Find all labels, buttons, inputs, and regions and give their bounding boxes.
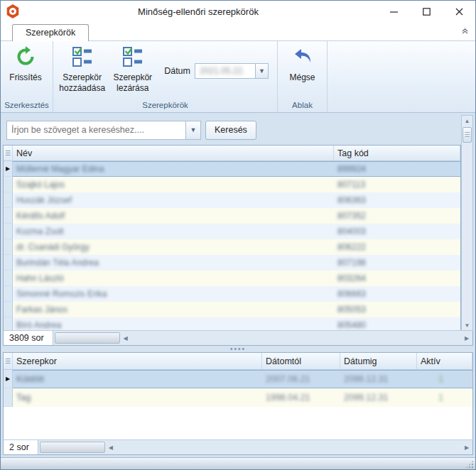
scrollbar-thumb[interactable]: ☰ <box>463 127 472 143</box>
members-grid-body: ▶Müllerné Magyar Edina899924 Szajkó Lajo… <box>4 161 460 330</box>
lower-panel: ☰ Szerepkor Dátomtól Dátumig Aktív ▶ Kül… <box>3 352 473 455</box>
window-title: Minőség-ellenőri szerepkörök <box>19 6 377 17</box>
column-header-aktiv[interactable]: Aktív <box>417 353 472 369</box>
ribbon-collapse-icon[interactable] <box>460 27 470 37</box>
search-button[interactable]: Keresés <box>205 121 256 140</box>
roles-grid-footer: 2 sor ◀ ▶ <box>3 439 473 455</box>
cancel-button[interactable]: Mégse <box>281 45 325 84</box>
members-grid-header: ☰ Név Tag kód <box>4 146 460 161</box>
roles-row-count: 2 sor <box>4 440 38 454</box>
ribbon-group-window: Mégse Ablak <box>278 41 328 112</box>
refresh-icon <box>15 46 36 70</box>
table-row[interactable]: Kérdős Adolf807352 <box>4 208 460 224</box>
add-role-icon <box>72 46 93 70</box>
add-role-button[interactable]: Szerepkör hozzáadása <box>56 45 108 95</box>
table-row[interactable]: dr. Csanádi György806222 <box>4 239 460 255</box>
close-role-button[interactable]: Szerepkör lezárása <box>108 45 157 95</box>
table-row[interactable]: Bíró Andrea805480 <box>4 317 460 330</box>
refresh-button[interactable]: Frissítés <box>4 45 48 84</box>
scroll-left-icon[interactable]: ◀ <box>105 444 117 451</box>
column-header-nev[interactable]: Név <box>13 146 334 160</box>
app-icon-ring <box>9 8 16 15</box>
resize-grip-icon[interactable] <box>465 460 474 469</box>
search-row: ▼ Keresés <box>3 115 461 145</box>
date-label: Dátum <box>164 66 190 76</box>
group-label-edit: Szerkesztés <box>1 99 53 112</box>
table-row[interactable]: Kozma Zsolt804003 <box>4 224 460 239</box>
grid-menu-icon[interactable]: ☰ <box>4 146 13 160</box>
table-row[interactable]: Simonné Romszis Erika806663 <box>4 286 460 302</box>
maximize-button[interactable] <box>410 1 443 22</box>
scroll-left-icon[interactable]: ◀ <box>120 335 131 341</box>
panel-splitter[interactable]: •••• <box>3 346 473 352</box>
hscrollbar-thumb[interactable] <box>55 332 120 344</box>
roles-grid: ☰ Szerepkor Dátomtól Dátumig Aktív ▶ Kül… <box>3 352 473 407</box>
table-row[interactable]: Huszák József806363 <box>4 192 460 208</box>
column-header-tagkod[interactable]: Tag kód <box>334 146 460 160</box>
tab-szerepkorok[interactable]: Szerepkörök <box>12 24 89 41</box>
scroll-right-icon[interactable]: ▶ <box>461 335 472 341</box>
close-role-label: Szerepkör lezárása <box>112 72 153 94</box>
table-row[interactable]: Tag 1998.04.21 2099.12.31 1 <box>4 388 472 407</box>
app-window: Minőség-ellenőri szerepkörök Szerepkörök… <box>0 0 476 470</box>
table-row[interactable]: Hahn László803264 <box>4 270 460 286</box>
table-row[interactable]: ▶ Küldött 2007.06.21 2099.12.31 1 <box>4 370 472 388</box>
members-hscrollbar[interactable]: ◀ ▶ <box>53 331 472 345</box>
roles-hscrollbar[interactable]: ◀ ▶ <box>38 440 472 454</box>
row-indicator-icon: ▶ <box>4 370 13 388</box>
column-header-datomtol[interactable]: Dátomtól <box>262 353 340 369</box>
table-row[interactable]: ▶Müllerné Magyar Edina899924 <box>4 161 460 177</box>
search-input[interactable] <box>6 121 185 140</box>
close-role-icon <box>122 46 144 70</box>
close-button[interactable] <box>443 1 475 22</box>
roles-grid-empty-area <box>3 407 473 439</box>
table-row[interactable]: Farkas János805053 <box>4 302 460 317</box>
title-bar: Minőség-ellenőri szerepkörök <box>1 1 475 22</box>
group-label-window: Ablak <box>278 99 327 112</box>
upper-panel: ▼ Keresés ☰ Név Tag kód ▶Müllerné Magyar… <box>3 115 473 346</box>
hscrollbar-thumb[interactable] <box>40 442 105 453</box>
members-grid-footer: 3809 sor ◀ ▶ <box>3 330 473 346</box>
cancel-label: Mégse <box>289 72 315 83</box>
roles-grid-header: ☰ Szerepkor Dátomtól Dátumig Aktív <box>4 353 472 370</box>
minimize-button[interactable] <box>377 1 410 22</box>
app-icon <box>6 4 19 18</box>
vertical-scrollbar[interactable]: ▲ ☰ ▼ <box>461 115 473 331</box>
splitter-grip-icon: •••• <box>230 348 246 351</box>
date-dropdown-icon[interactable]: ▼ <box>256 63 269 79</box>
refresh-label: Frissítés <box>9 72 41 83</box>
ribbon-group-roles: Szerepkör hozzáadása Szerepkör lezárása … <box>53 41 278 112</box>
content-area: ▼ Keresés ☰ Név Tag kód ▶Müllerné Magyar… <box>1 113 475 457</box>
search-dropdown-icon[interactable]: ▼ <box>185 121 201 140</box>
ribbon-tab-row: Szerepkörök <box>1 22 475 41</box>
status-bar <box>1 457 475 469</box>
ribbon-group-edit: Frissítés Szerkesztés <box>1 41 53 112</box>
column-header-szerepkor[interactable]: Szerepkor <box>13 353 262 369</box>
grid-menu-icon[interactable]: ☰ <box>4 353 13 369</box>
group-label-roles: Szerepkörök <box>53 99 277 112</box>
scroll-up-icon[interactable]: ▲ <box>462 116 472 126</box>
undo-icon <box>292 46 313 70</box>
table-row[interactable]: Burindán Téla Andrea807198 <box>4 255 460 270</box>
row-indicator-icon: ▶ <box>4 161 13 177</box>
scroll-down-icon[interactable]: ▼ <box>462 320 472 330</box>
ribbon: Frissítés Szerkesztés Szerepkör hozzáadá… <box>1 41 475 113</box>
roles-grid-body: ▶ Küldött 2007.06.21 2099.12.31 1 Tag 19… <box>4 370 472 407</box>
members-grid: ☰ Név Tag kód ▶Müllerné Magyar Edina8999… <box>3 145 461 330</box>
members-row-count: 3809 sor <box>4 331 53 345</box>
date-value: 2021.05.22. <box>200 66 244 76</box>
add-role-label: Szerepkör hozzáadása <box>59 72 105 94</box>
search-combo: ▼ <box>6 121 201 140</box>
table-row[interactable]: Szajkó Lajos807113 <box>4 177 460 192</box>
date-field[interactable]: 2021.05.22. <box>195 63 256 79</box>
column-header-datumig[interactable]: Dátumig <box>340 353 417 369</box>
scroll-right-icon[interactable]: ▶ <box>461 444 472 451</box>
